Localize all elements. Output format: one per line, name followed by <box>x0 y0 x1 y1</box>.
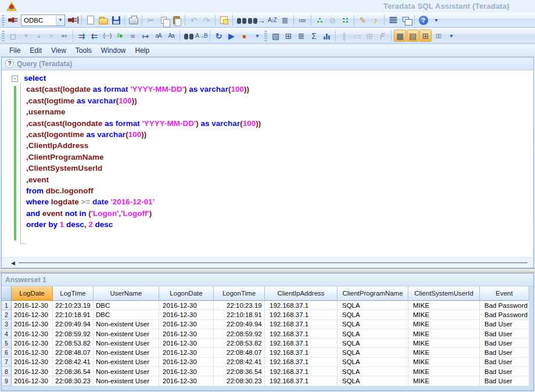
save-icon[interactable] <box>110 14 122 26</box>
row-number[interactable]: 9 <box>2 376 12 386</box>
toggle-row-numbers-icon[interactable]: ▤ <box>407 30 419 42</box>
column-header-logontime[interactable]: LogonTime <box>214 286 265 301</box>
query-hscrollbar[interactable]: ◀ <box>2 257 533 268</box>
format-query-icon[interactable]: ▧ <box>270 30 282 42</box>
grid-cell[interactable]: SQLA <box>337 320 408 329</box>
grid-cell[interactable]: SQLA <box>337 358 408 367</box>
grid-cell[interactable]: Bad Password <box>480 301 529 310</box>
grid-cell[interactable]: Bad Password <box>480 310 529 319</box>
connect-icon[interactable] <box>7 14 19 26</box>
merge-grid-icon[interactable]: ⊞ <box>364 30 376 42</box>
grid-cell[interactable]: Non-existent User <box>94 376 159 386</box>
undo-icon[interactable]: ↶ <box>188 14 200 26</box>
format-list-icon[interactable]: ≣ <box>279 14 291 26</box>
grid-cell[interactable]: Non-existent User <box>94 320 159 329</box>
find-icon[interactable] <box>235 14 247 26</box>
grid-cell[interactable]: 22:09:49.94 <box>53 320 94 329</box>
close-box-icon[interactable]: × <box>45 30 58 42</box>
grid-cell[interactable]: 192.168.37.1 <box>265 376 337 386</box>
grid-cell[interactable]: DBC <box>94 301 159 310</box>
toolbar-grip[interactable] <box>2 15 5 26</box>
grid-cell[interactable]: 22:08:36.54 <box>53 367 94 376</box>
row-number[interactable]: 8 <box>2 367 12 376</box>
toolbar-overflow-icon[interactable]: ▾ <box>251 30 263 42</box>
grid-cell[interactable]: 2016-12-30 <box>12 367 53 376</box>
copy-icon[interactable] <box>157 14 170 26</box>
grid-cell[interactable]: 2016-12-30 <box>12 320 53 329</box>
grid-corner-cell[interactable] <box>2 286 12 301</box>
grid-cell[interactable]: 2016-12-30 <box>159 301 214 310</box>
grid-cell[interactable]: 2016-12-30 <box>159 358 214 367</box>
execute-icon[interactable]: ∴ <box>314 14 326 26</box>
grid-cell[interactable]: 2016-12-30 <box>12 310 53 319</box>
menu-item-tools[interactable]: Tools <box>71 45 96 56</box>
row-number[interactable]: 2 <box>2 310 12 319</box>
column-header-clientipaddress[interactable]: ClientIpAddress <box>265 286 337 301</box>
grid-cell[interactable]: 192.168.37.1 <box>265 339 337 348</box>
grid-cell[interactable]: 2016-12-30 <box>159 367 214 376</box>
grid-cell[interactable]: 22:08:48.07 <box>53 348 94 357</box>
grid-cell[interactable]: Non-existent User <box>94 367 159 376</box>
grid-cell[interactable]: 192.168.37.1 <box>265 310 337 319</box>
grid-cell[interactable]: 22:09:49.94 <box>214 320 265 329</box>
highlight-icon[interactable]: ✎ <box>357 14 369 26</box>
new-query-icon[interactable] <box>84 14 96 26</box>
word-wrap-icon[interactable]: ≈ <box>127 30 139 42</box>
grid-cell[interactable]: SQLA <box>337 367 408 376</box>
row-number[interactable]: 6 <box>2 348 12 357</box>
find-in-history-icon[interactable] <box>182 30 195 42</box>
column-header-username[interactable]: UserName <box>94 286 159 301</box>
grid-cell[interactable]: 22:10:18.91 <box>214 310 265 319</box>
grid-cell[interactable]: Non-existent User <box>94 348 159 357</box>
grid-cell[interactable]: 22:10:23.19 <box>214 301 265 310</box>
grid-cell[interactable]: DBC <box>94 310 159 319</box>
column-header-logdate[interactable]: LogDate <box>12 286 53 301</box>
grid-cell[interactable]: 192.168.37.1 <box>265 320 337 329</box>
grid-cell[interactable]: Non-existent User <box>94 358 159 367</box>
column-header-logtime[interactable]: LogTime <box>53 286 94 301</box>
parentheses-icon[interactable]: (⋯) <box>101 30 113 42</box>
grid-cell[interactable]: 192.168.37.1 <box>265 348 337 357</box>
grid-cell[interactable]: Bad User <box>480 358 529 367</box>
grid-cell[interactable]: 192.168.37.1 <box>265 358 337 367</box>
uppercase-icon[interactable]: Aa <box>165 30 177 42</box>
grid-cell[interactable]: 2016-12-30 <box>159 348 214 357</box>
outdent-icon[interactable]: ⇇ <box>88 30 100 42</box>
database-icon[interactable] <box>387 14 399 26</box>
disconnect-icon[interactable] <box>67 14 79 26</box>
chart-icon[interactable] <box>321 30 333 42</box>
redo-icon[interactable]: ↷ <box>200 14 213 26</box>
format-cells-icon[interactable]: ∥ <box>338 30 350 42</box>
grid-cell[interactable]: Bad User <box>480 367 529 376</box>
refresh-icon[interactable]: ↻ <box>213 30 225 42</box>
add-rows-icon[interactable]: ≣ <box>295 30 307 42</box>
grid-cell[interactable]: 2016-12-30 <box>12 376 53 386</box>
run-icon[interactable]: ▶ <box>225 30 238 42</box>
menu-item-view[interactable]: View <box>46 45 71 56</box>
row-number[interactable]: 5 <box>2 339 12 348</box>
paste-icon[interactable] <box>170 14 182 26</box>
cascade-windows-icon[interactable] <box>400 14 412 26</box>
panel-splitter[interactable] <box>0 268 535 273</box>
grid-cell[interactable]: SQLA <box>337 301 408 310</box>
grid-cell[interactable]: SQLA <box>337 329 408 339</box>
grid-cell[interactable]: 2016-12-30 <box>12 301 53 310</box>
grid-cell[interactable]: 22:08:30.23 <box>53 376 94 386</box>
grid-cell[interactable]: 2016-12-30 <box>159 376 214 386</box>
grid-cell[interactable]: 22:08:59.92 <box>53 329 94 339</box>
grid-cell[interactable]: MIKE <box>408 301 480 310</box>
open-file-icon[interactable] <box>97 14 109 26</box>
grid-cell[interactable]: Bad User <box>480 348 529 357</box>
history-icon[interactable]: ≔ <box>296 14 308 26</box>
menu-item-window[interactable]: Window <box>96 45 131 56</box>
grid-cell[interactable]: MIKE <box>408 367 480 376</box>
sql-editor[interactable]: − selectcast(cast(logdate as format 'YYY… <box>2 70 533 257</box>
grid-cell[interactable]: 22:08:48.07 <box>214 348 265 357</box>
grid-cell[interactable]: MIKE <box>408 348 480 357</box>
grid-cell[interactable]: 22:10:18.91 <box>53 310 94 319</box>
grid-cell[interactable]: MIKE <box>408 376 480 386</box>
grid-cell[interactable]: 22:08:53.82 <box>214 339 265 348</box>
grid-cell[interactable]: 22:10:23.19 <box>53 301 94 310</box>
indent-icon[interactable]: ⇉ <box>76 30 88 42</box>
grid-cell[interactable]: 2016-12-30 <box>159 329 214 339</box>
